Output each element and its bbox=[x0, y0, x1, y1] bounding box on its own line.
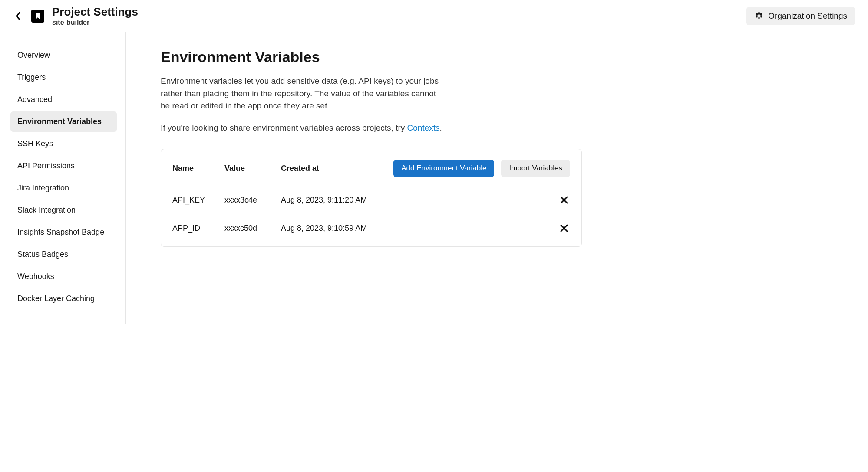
button-group: Add Environment Variable Import Variable… bbox=[393, 160, 570, 177]
back-button[interactable] bbox=[13, 11, 23, 21]
variable-row: API_KEY xxxx3c4e Aug 8, 2023, 9:11:20 AM bbox=[172, 186, 570, 214]
organization-settings-label: Organization Settings bbox=[768, 11, 847, 21]
contexts-hint-post: . bbox=[440, 123, 442, 132]
contexts-hint-pre: If you're looking to share environment v… bbox=[161, 123, 407, 132]
sidebar-item-status-badges[interactable]: Status Badges bbox=[10, 244, 117, 265]
sidebar-item-insights-snapshot-badge[interactable]: Insights Snapshot Badge bbox=[10, 222, 117, 243]
sidebar-item-overview[interactable]: Overview bbox=[10, 45, 117, 66]
sidebar-item-triggers[interactable]: Triggers bbox=[10, 67, 117, 88]
title-block: Project Settings site-builder bbox=[52, 5, 138, 26]
variable-row: APP_ID xxxxc50d Aug 8, 2023, 9:10:59 AM bbox=[172, 214, 570, 242]
variable-name: APP_ID bbox=[172, 224, 224, 233]
sidebar-item-advanced[interactable]: Advanced bbox=[10, 89, 117, 110]
body: Overview Triggers Advanced Environment V… bbox=[0, 32, 868, 324]
main-title: Environment Variables bbox=[161, 49, 582, 66]
page-title: Project Settings bbox=[52, 5, 138, 19]
variable-name: API_KEY bbox=[172, 196, 224, 205]
column-headers: Name Value Created at bbox=[172, 164, 393, 173]
chevron-left-icon bbox=[15, 11, 22, 21]
variables-card: Name Value Created at Add Environment Va… bbox=[161, 149, 582, 247]
top-bar-left: Project Settings site-builder bbox=[13, 5, 138, 26]
column-value: Value bbox=[224, 164, 281, 173]
sidebar-item-api-permissions[interactable]: API Permissions bbox=[10, 156, 117, 176]
main-description: Environment variables let you add sensit… bbox=[161, 75, 443, 112]
delete-variable-button[interactable] bbox=[558, 194, 570, 206]
project-icon bbox=[31, 10, 44, 23]
variable-value: xxxx3c4e bbox=[224, 196, 281, 205]
variables-header: Name Value Created at Add Environment Va… bbox=[172, 160, 570, 186]
variable-created: Aug 8, 2023, 9:10:59 AM bbox=[281, 224, 558, 233]
variable-created: Aug 8, 2023, 9:11:20 AM bbox=[281, 196, 558, 205]
sidebar-item-slack-integration[interactable]: Slack Integration bbox=[10, 200, 117, 220]
project-name: site-builder bbox=[52, 19, 138, 26]
variable-value: xxxxc50d bbox=[224, 224, 281, 233]
sidebar-item-webhooks[interactable]: Webhooks bbox=[10, 266, 117, 287]
organization-settings-button[interactable]: Organization Settings bbox=[746, 7, 855, 25]
gear-icon bbox=[754, 11, 764, 21]
sidebar-item-environment-variables[interactable]: Environment Variables bbox=[10, 111, 117, 132]
column-created: Created at bbox=[281, 164, 393, 173]
column-name: Name bbox=[172, 164, 224, 173]
sidebar-item-docker-layer-caching[interactable]: Docker Layer Caching bbox=[10, 288, 117, 309]
close-icon bbox=[560, 196, 568, 204]
top-bar: Project Settings site-builder Organizati… bbox=[0, 0, 868, 32]
sidebar: Overview Triggers Advanced Environment V… bbox=[0, 32, 126, 324]
add-environment-variable-button[interactable]: Add Environment Variable bbox=[393, 160, 494, 177]
delete-variable-button[interactable] bbox=[558, 222, 570, 234]
import-variables-button[interactable]: Import Variables bbox=[501, 160, 570, 177]
contexts-link[interactable]: Contexts bbox=[407, 123, 440, 132]
close-icon bbox=[560, 224, 568, 233]
contexts-hint: If you're looking to share environment v… bbox=[161, 122, 582, 134]
sidebar-item-jira-integration[interactable]: Jira Integration bbox=[10, 178, 117, 198]
main-content: Environment Variables Environment variab… bbox=[126, 32, 617, 324]
sidebar-item-ssh-keys[interactable]: SSH Keys bbox=[10, 134, 117, 154]
